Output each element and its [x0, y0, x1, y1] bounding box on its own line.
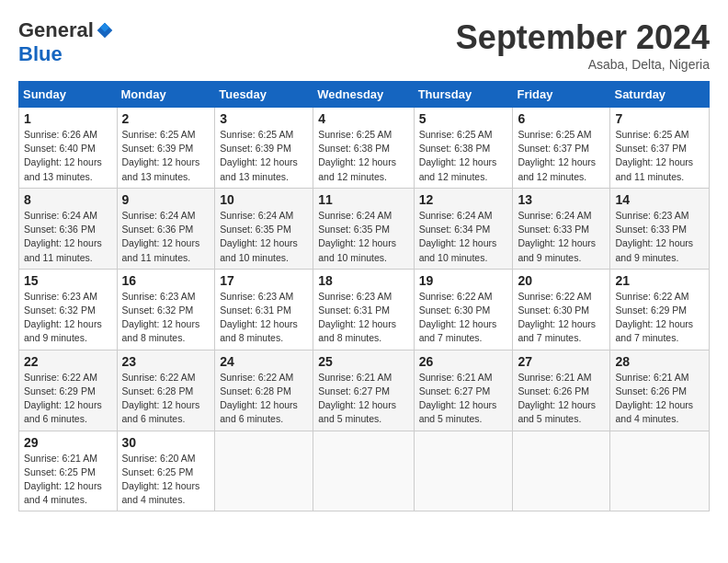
day-number: 12 — [419, 192, 508, 207]
day-info: Sunrise: 6:23 AM Sunset: 6:33 PM Dayligh… — [615, 209, 704, 265]
calendar-cell: 2Sunrise: 6:25 AM Sunset: 6:39 PM Daylig… — [117, 108, 215, 189]
calendar-row: 1Sunrise: 6:26 AM Sunset: 6:40 PM Daylig… — [19, 108, 710, 189]
calendar-cell: 20Sunrise: 6:22 AM Sunset: 6:30 PM Dayli… — [513, 269, 610, 350]
month-title: September 2024 — [456, 18, 710, 57]
day-number: 22 — [24, 354, 112, 369]
header-sunday: Sunday — [19, 82, 118, 108]
day-number: 8 — [24, 192, 112, 207]
calendar-cell: 23Sunrise: 6:22 AM Sunset: 6:28 PM Dayli… — [117, 350, 215, 431]
calendar-cell — [513, 431, 610, 511]
day-number: 17 — [220, 273, 308, 288]
header-wednesday: Wednesday — [313, 82, 414, 108]
calendar-cell: 4Sunrise: 6:25 AM Sunset: 6:38 PM Daylig… — [313, 108, 414, 189]
day-number: 11 — [318, 192, 408, 207]
page-header: General Blue September 2024 Asaba, Delta… — [18, 18, 710, 72]
calendar-table: Sunday Monday Tuesday Wednesday Thursday… — [18, 81, 710, 511]
day-info: Sunrise: 6:24 AM Sunset: 6:36 PM Dayligh… — [122, 209, 210, 265]
day-number: 30 — [122, 435, 210, 450]
calendar-cell: 10Sunrise: 6:24 AM Sunset: 6:35 PM Dayli… — [215, 188, 313, 269]
day-number: 25 — [318, 354, 408, 369]
day-info: Sunrise: 6:21 AM Sunset: 6:26 PM Dayligh… — [615, 371, 704, 427]
calendar-cell: 9Sunrise: 6:24 AM Sunset: 6:36 PM Daylig… — [117, 188, 215, 269]
header-saturday: Saturday — [610, 82, 710, 108]
calendar-cell: 3Sunrise: 6:25 AM Sunset: 6:39 PM Daylig… — [215, 108, 313, 189]
day-info: Sunrise: 6:24 AM Sunset: 6:36 PM Dayligh… — [24, 209, 112, 265]
day-number: 2 — [122, 111, 210, 126]
day-info: Sunrise: 6:25 AM Sunset: 6:39 PM Dayligh… — [122, 128, 210, 184]
title-section: September 2024 Asaba, Delta, Nigeria — [456, 18, 710, 72]
calendar-cell: 16Sunrise: 6:23 AM Sunset: 6:32 PM Dayli… — [117, 269, 215, 350]
day-info: Sunrise: 6:23 AM Sunset: 6:32 PM Dayligh… — [24, 290, 112, 346]
calendar-row: 15Sunrise: 6:23 AM Sunset: 6:32 PM Dayli… — [19, 269, 710, 350]
day-number: 24 — [220, 354, 308, 369]
calendar-cell — [610, 431, 710, 511]
day-info: Sunrise: 6:23 AM Sunset: 6:31 PM Dayligh… — [220, 290, 308, 346]
header-tuesday: Tuesday — [215, 82, 313, 108]
day-number: 5 — [419, 111, 508, 126]
day-info: Sunrise: 6:26 AM Sunset: 6:40 PM Dayligh… — [24, 128, 112, 184]
day-info: Sunrise: 6:25 AM Sunset: 6:38 PM Dayligh… — [318, 128, 408, 184]
day-info: Sunrise: 6:24 AM Sunset: 6:34 PM Dayligh… — [419, 209, 508, 265]
day-number: 18 — [318, 273, 408, 288]
day-number: 21 — [615, 273, 704, 288]
calendar-cell: 30Sunrise: 6:20 AM Sunset: 6:25 PM Dayli… — [117, 431, 215, 511]
day-number: 15 — [24, 273, 112, 288]
day-number: 27 — [518, 354, 605, 369]
calendar-cell — [215, 431, 313, 511]
day-info: Sunrise: 6:24 AM Sunset: 6:35 PM Dayligh… — [318, 209, 408, 265]
calendar-cell: 22Sunrise: 6:22 AM Sunset: 6:29 PM Dayli… — [19, 350, 118, 431]
calendar-row: 8Sunrise: 6:24 AM Sunset: 6:36 PM Daylig… — [19, 188, 710, 269]
day-number: 23 — [122, 354, 210, 369]
calendar-cell: 17Sunrise: 6:23 AM Sunset: 6:31 PM Dayli… — [215, 269, 313, 350]
day-number: 14 — [615, 192, 704, 207]
calendar-cell — [313, 431, 414, 511]
calendar-cell: 21Sunrise: 6:22 AM Sunset: 6:29 PM Dayli… — [610, 269, 710, 350]
day-number: 28 — [615, 354, 704, 369]
day-info: Sunrise: 6:22 AM Sunset: 6:28 PM Dayligh… — [220, 371, 308, 427]
day-number: 29 — [24, 435, 112, 450]
day-number: 20 — [518, 273, 605, 288]
header-friday: Friday — [513, 82, 610, 108]
calendar-cell: 29Sunrise: 6:21 AM Sunset: 6:25 PM Dayli… — [19, 431, 118, 511]
day-number: 1 — [24, 111, 112, 126]
logo-blue-text: Blue — [18, 42, 63, 66]
header-thursday: Thursday — [414, 82, 513, 108]
day-number: 16 — [122, 273, 210, 288]
calendar-row: 29Sunrise: 6:21 AM Sunset: 6:25 PM Dayli… — [19, 431, 710, 511]
day-info: Sunrise: 6:25 AM Sunset: 6:39 PM Dayligh… — [220, 128, 308, 184]
calendar-cell: 26Sunrise: 6:21 AM Sunset: 6:27 PM Dayli… — [414, 350, 513, 431]
day-number: 7 — [615, 111, 704, 126]
day-info: Sunrise: 6:25 AM Sunset: 6:37 PM Dayligh… — [518, 128, 605, 184]
day-info: Sunrise: 6:20 AM Sunset: 6:25 PM Dayligh… — [122, 452, 210, 508]
location-subtitle: Asaba, Delta, Nigeria — [456, 57, 710, 72]
calendar-cell: 8Sunrise: 6:24 AM Sunset: 6:36 PM Daylig… — [19, 188, 118, 269]
header-monday: Monday — [117, 82, 215, 108]
calendar-cell: 11Sunrise: 6:24 AM Sunset: 6:35 PM Dayli… — [313, 188, 414, 269]
calendar-cell: 27Sunrise: 6:21 AM Sunset: 6:26 PM Dayli… — [513, 350, 610, 431]
day-info: Sunrise: 6:21 AM Sunset: 6:26 PM Dayligh… — [518, 371, 605, 427]
calendar-cell: 25Sunrise: 6:21 AM Sunset: 6:27 PM Dayli… — [313, 350, 414, 431]
day-number: 6 — [518, 111, 605, 126]
calendar-row: 22Sunrise: 6:22 AM Sunset: 6:29 PM Dayli… — [19, 350, 710, 431]
day-number: 4 — [318, 111, 408, 126]
day-number: 13 — [518, 192, 605, 207]
calendar-cell: 6Sunrise: 6:25 AM Sunset: 6:37 PM Daylig… — [513, 108, 610, 189]
calendar-cell: 19Sunrise: 6:22 AM Sunset: 6:30 PM Dayli… — [414, 269, 513, 350]
logo: General Blue — [18, 18, 114, 66]
day-info: Sunrise: 6:23 AM Sunset: 6:32 PM Dayligh… — [122, 290, 210, 346]
day-number: 19 — [419, 273, 508, 288]
calendar-cell: 13Sunrise: 6:24 AM Sunset: 6:33 PM Dayli… — [513, 188, 610, 269]
day-info: Sunrise: 6:22 AM Sunset: 6:29 PM Dayligh… — [24, 371, 112, 427]
calendar-cell: 5Sunrise: 6:25 AM Sunset: 6:38 PM Daylig… — [414, 108, 513, 189]
weekday-header-row: Sunday Monday Tuesday Wednesday Thursday… — [19, 82, 710, 108]
calendar-cell — [414, 431, 513, 511]
calendar-cell: 12Sunrise: 6:24 AM Sunset: 6:34 PM Dayli… — [414, 188, 513, 269]
day-info: Sunrise: 6:23 AM Sunset: 6:31 PM Dayligh… — [318, 290, 408, 346]
calendar-cell: 18Sunrise: 6:23 AM Sunset: 6:31 PM Dayli… — [313, 269, 414, 350]
calendar-cell: 15Sunrise: 6:23 AM Sunset: 6:32 PM Dayli… — [19, 269, 118, 350]
day-info: Sunrise: 6:21 AM Sunset: 6:27 PM Dayligh… — [419, 371, 508, 427]
day-info: Sunrise: 6:25 AM Sunset: 6:38 PM Dayligh… — [419, 128, 508, 184]
calendar-cell: 7Sunrise: 6:25 AM Sunset: 6:37 PM Daylig… — [610, 108, 710, 189]
calendar-cell: 14Sunrise: 6:23 AM Sunset: 6:33 PM Dayli… — [610, 188, 710, 269]
day-info: Sunrise: 6:25 AM Sunset: 6:37 PM Dayligh… — [615, 128, 704, 184]
